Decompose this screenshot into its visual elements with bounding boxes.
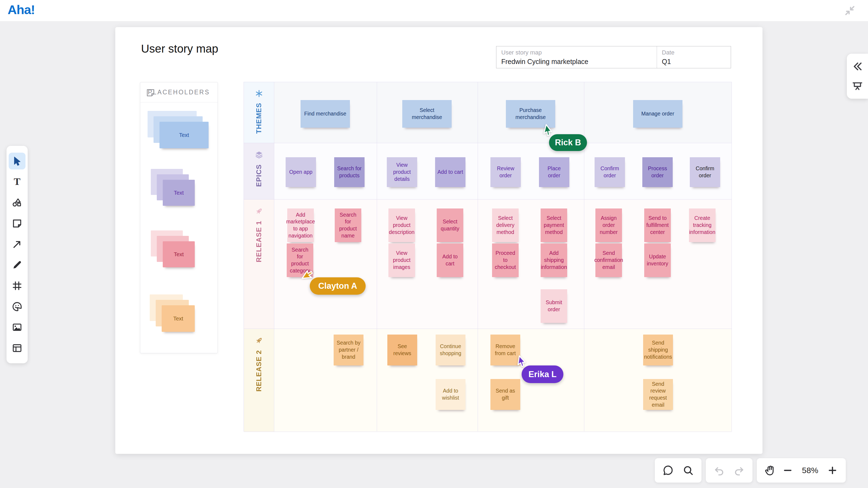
sparkle-icon xyxy=(255,89,264,98)
sticky-note[interactable]: Submit order xyxy=(540,289,567,323)
sticky-note[interactable]: Remove from cart xyxy=(490,334,520,365)
placeholder-note-icon xyxy=(146,88,155,97)
sticky-note[interactable]: Add marketplace to app navigation xyxy=(287,208,314,242)
drawing-toolbar: T xyxy=(6,146,28,363)
tool-shapes[interactable] xyxy=(9,194,26,211)
arrow-connector-icon xyxy=(12,239,23,250)
sticky-note[interactable]: See reviews xyxy=(388,334,417,365)
tool-sticky-note[interactable] xyxy=(9,215,26,232)
placeholder-stack[interactable]: Text xyxy=(159,122,209,148)
search-button[interactable] xyxy=(681,463,695,478)
sticky-note[interactable]: Send shipping notifications xyxy=(643,334,673,365)
sticky-note[interactable]: Add shipping information xyxy=(540,243,567,277)
sticky-note[interactable]: View product description xyxy=(389,208,415,242)
sticky-note[interactable]: Confirm order xyxy=(595,157,625,187)
sticky-note[interactable]: Select delivery method xyxy=(492,208,519,242)
sticky-note[interactable]: Add to cart xyxy=(435,157,465,187)
story-map-header-form: User story map Fredwin Cycling marketpla… xyxy=(496,46,731,68)
sticky-note[interactable]: Process order xyxy=(642,157,673,187)
zoom-toolbar: 58% xyxy=(757,458,846,483)
sticky-note[interactable]: Send review request email xyxy=(643,379,673,410)
present-button[interactable] xyxy=(850,79,865,93)
row-header-epics[interactable]: EPICS xyxy=(244,143,274,199)
image-icon xyxy=(12,322,23,333)
sticky-note[interactable]: Search for products xyxy=(334,157,365,187)
sticky-note[interactable]: Continue shopping xyxy=(436,334,465,365)
placeholder-stack[interactable]: Text xyxy=(162,305,195,332)
tool-frame[interactable] xyxy=(9,278,26,294)
sticky-note-icon xyxy=(12,218,23,229)
pan-hand-button[interactable] xyxy=(763,463,777,478)
sticky-note[interactable]: Search for product name xyxy=(335,208,361,242)
story-map-name-label: User story map xyxy=(501,49,652,56)
sticky-note[interactable]: Add to wishlist xyxy=(436,379,465,410)
search-icon xyxy=(682,465,694,476)
redo-icon xyxy=(734,465,745,476)
sticky-note[interactable]: Place order xyxy=(539,157,569,187)
rocket-icon xyxy=(254,336,264,345)
row-label-epics: EPICS xyxy=(255,164,263,187)
sticky-note[interactable]: Send confirmation email xyxy=(595,243,622,277)
date-value[interactable]: Q1 xyxy=(662,58,726,66)
double-chevron-left-icon xyxy=(852,61,863,72)
placeholder-stack[interactable]: Text xyxy=(163,241,195,267)
row-header-release-2[interactable]: RELEASE 2 xyxy=(244,329,274,432)
board-title[interactable]: User story map xyxy=(141,42,218,55)
sticky-note[interactable]: Proceed to checkout xyxy=(492,243,519,277)
sticky-note[interactable]: Select merchandise xyxy=(402,100,452,128)
tool-select[interactable] xyxy=(9,153,26,169)
minus-icon xyxy=(782,465,793,476)
sticky-note[interactable]: Select quantity xyxy=(437,208,463,242)
frame-icon xyxy=(12,280,23,291)
zoom-out-button[interactable] xyxy=(781,463,795,478)
sticky-note[interactable]: Search by partner / brand xyxy=(334,334,364,365)
collapse-window-button[interactable] xyxy=(843,4,857,18)
sticky-note[interactable]: View product images xyxy=(389,243,415,277)
collapse-panel-button[interactable] xyxy=(850,59,865,73)
tool-pen[interactable] xyxy=(9,257,26,273)
sticky-note[interactable]: Find merchandise xyxy=(301,100,350,128)
undo-button[interactable] xyxy=(712,463,726,478)
sticky-note[interactable]: Select payment method xyxy=(540,208,567,242)
date-field[interactable]: Date Q1 xyxy=(657,46,731,68)
sticky-note[interactable]: Review order xyxy=(490,157,521,187)
row-label-themes: THEMES xyxy=(255,103,263,134)
tool-table[interactable] xyxy=(9,340,26,357)
row-header-themes[interactable]: THEMES xyxy=(244,82,274,143)
row-header-release-1[interactable]: RELEASE 1 xyxy=(244,199,274,329)
presentation-icon xyxy=(852,80,863,92)
tool-image[interactable] xyxy=(9,319,26,336)
placeholders-header: PLACEHOLDERS xyxy=(140,83,218,102)
sticky-note[interactable]: Create tracking information xyxy=(689,208,716,242)
sticky-note[interactable]: Assign order number xyxy=(595,208,622,242)
tool-connector[interactable] xyxy=(9,236,26,253)
sticky-note[interactable]: Purchase merchandise xyxy=(506,100,555,128)
date-label: Date xyxy=(662,49,726,56)
pen-icon xyxy=(12,259,23,270)
column-divider xyxy=(584,82,584,431)
row-label-release-1: RELEASE 1 xyxy=(255,221,263,262)
placeholder-stack[interactable]: Text xyxy=(163,180,195,206)
redo-button[interactable] xyxy=(732,463,746,478)
top-bar: Aha! xyxy=(0,0,868,21)
sticky-note[interactable]: Send as gift xyxy=(490,379,520,410)
comments-button[interactable] xyxy=(661,463,675,478)
svg-text:T: T xyxy=(14,176,20,187)
sticky-note[interactable]: View product details xyxy=(387,157,417,187)
tool-text[interactable]: T xyxy=(9,173,26,190)
sticky-note[interactable]: Update inventory xyxy=(644,243,671,277)
zoom-level[interactable]: 58% xyxy=(799,466,822,475)
sticky-note[interactable]: Send to fulfillment center xyxy=(644,208,671,242)
story-map-name-field[interactable]: User story map Fredwin Cycling marketpla… xyxy=(496,46,657,68)
sticky-note[interactable]: Manage order xyxy=(633,100,682,128)
sticky-note[interactable]: Confirm order xyxy=(690,157,720,187)
sticky-note[interactable]: Search for product category xyxy=(287,243,313,277)
sticker-smiley-icon xyxy=(12,301,23,312)
sticky-note[interactable]: Add to cart xyxy=(437,243,463,277)
zoom-in-button[interactable] xyxy=(826,463,839,478)
sticky-note[interactable]: Open app xyxy=(286,157,316,187)
shapes-icon xyxy=(12,197,23,208)
tool-sticker[interactable] xyxy=(9,298,26,315)
comment-bubble-icon xyxy=(662,465,674,476)
story-map-name-value[interactable]: Fredwin Cycling marketplace xyxy=(501,58,652,66)
